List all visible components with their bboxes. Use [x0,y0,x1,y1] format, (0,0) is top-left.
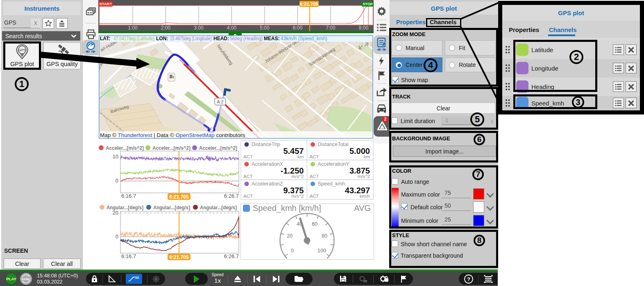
svg-text:AccelerationY: AccelerationY [318,161,350,167]
svg-text:Speed_kmh [km/h]: Speed_kmh [km/h] [253,204,321,213]
svg-text:Acceler...[m/s^2]: Acceler...[m/s^2] [106,145,144,151]
svg-text:?: ? [467,276,470,282]
svg-text:0: 0 [116,233,118,240]
svg-text:0.0: 0.0 [136,276,139,279]
svg-text:m/s^2: m/s^2 [291,194,304,199]
svg-text:Speed_kmh: Speed_kmh [318,181,345,187]
svg-text:SYNC: SYNC [21,277,30,281]
svg-text:ACT: ACT [243,174,253,179]
svg-text:100: 100 [317,248,326,254]
svg-text:ACT: ACT [310,174,319,179]
svg-text:20: 20 [113,210,118,216]
svg-text:DistanceTotal: DistanceTotal [318,142,349,147]
svg-text:0: 0 [291,248,294,254]
svg-text:Angular...[deg/s]: Angular...[deg/s] [200,204,237,210]
svg-text:ACT: ACT [310,154,319,159]
svg-text:km/h: km/h [360,194,370,199]
svg-text:Acceler...[m/s^2]: Acceler...[m/s^2] [199,145,237,151]
svg-text:Acceler...[m/s^2]: Acceler...[m/s^2] [152,145,190,151]
svg-text:Angular...[deg/s]: Angular...[deg/s] [107,204,143,210]
svg-text:ACT: ACT [243,194,253,199]
svg-text:6:16.7: 6:16.7 [121,253,136,259]
svg-text:80: 80 [322,233,327,239]
svg-text:km: km [364,154,370,159]
svg-text:ACT: ACT [310,194,319,199]
svg-text:AVG: AVG [354,204,371,213]
svg-text:6:16.7: 6:16.7 [121,193,136,199]
svg-text:AccelerationZ: AccelerationZ [252,181,283,187]
svg-text:10: 10 [113,153,118,160]
svg-text:6:21.705: 6:21.705 [169,254,189,260]
svg-text:AccelerationX: AccelerationX [252,161,283,167]
svg-text:6:26.7: 6:26.7 [224,253,239,259]
svg-text:ACT: ACT [243,154,253,159]
svg-text:km: km [297,154,304,159]
svg-text:DistanceTrip: DistanceTrip [252,142,280,147]
svg-text:Angular...[deg/s]: Angular...[deg/s] [153,204,190,210]
svg-text:0: 0 [116,178,118,184]
svg-text:20: 20 [287,233,293,239]
svg-text:m/s^2: m/s^2 [291,174,304,179]
svg-text:60: 60 [312,221,317,227]
svg-text:6:21.705: 6:21.705 [169,194,189,200]
svg-text:6:26.7: 6:26.7 [224,193,239,199]
svg-text:m/s^2: m/s^2 [358,174,370,179]
